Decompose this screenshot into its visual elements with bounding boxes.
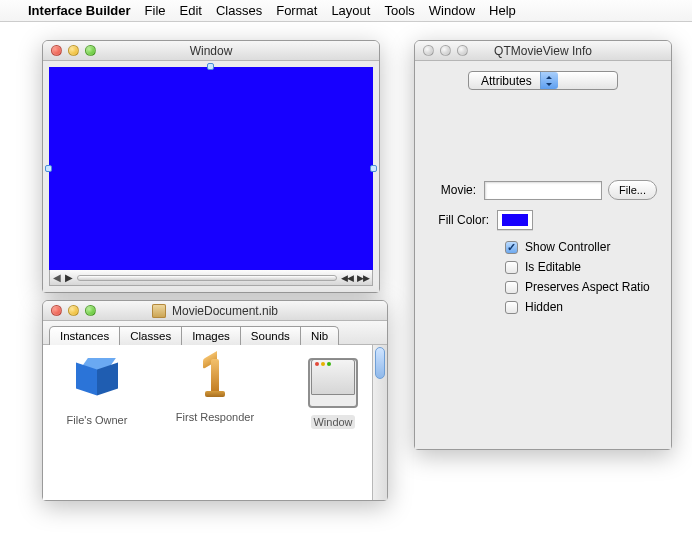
close-button[interactable]: [51, 305, 62, 316]
menu-classes[interactable]: Classes: [216, 3, 262, 18]
nib-document-window: MovieDocument.nib Instances Classes Imag…: [42, 300, 388, 501]
checkbox[interactable]: [505, 261, 518, 274]
tab-instances[interactable]: Instances: [49, 326, 120, 345]
check-show-controller[interactable]: Show Controller: [505, 240, 657, 254]
zoom-button[interactable]: [457, 45, 468, 56]
zoom-button[interactable]: [85, 45, 96, 56]
movie-label: Movie:: [429, 183, 484, 197]
popup-arrows-icon: [540, 72, 558, 89]
minimize-button[interactable]: [440, 45, 451, 56]
nib-document-icon: [152, 304, 166, 318]
nib-object-label: Window: [311, 415, 354, 429]
resize-handle-right[interactable]: [370, 165, 377, 172]
close-button[interactable]: [423, 45, 434, 56]
menu-file[interactable]: File: [145, 3, 166, 18]
nib-icon-view[interactable]: File's Owner First Responder Window: [43, 345, 387, 500]
fill-color-label: Fill Color:: [429, 213, 497, 227]
menu-window[interactable]: Window: [429, 3, 475, 18]
nib-object-window[interactable]: Window: [289, 355, 377, 429]
preview-window-titlebar[interactable]: Window: [43, 41, 379, 61]
tab-classes[interactable]: Classes: [119, 326, 182, 345]
nib-object-label: File's Owner: [67, 414, 128, 426]
fill-color-well[interactable]: [497, 210, 533, 230]
movie-field-row: Movie: File...: [429, 180, 657, 200]
inspector-titlebar[interactable]: QTMovieView Info: [415, 41, 671, 61]
checkbox-label: Preserves Aspect Ratio: [525, 280, 650, 294]
checkbox[interactable]: [505, 301, 518, 314]
menu-bar: Interface Builder File Edit Classes Form…: [0, 0, 692, 22]
tab-sounds[interactable]: Sounds: [240, 326, 301, 345]
menu-format[interactable]: Format: [276, 3, 317, 18]
menu-layout[interactable]: Layout: [331, 3, 370, 18]
volume-icon[interactable]: ◀︎: [53, 272, 61, 283]
scrubber-track[interactable]: [77, 275, 337, 281]
zoom-button[interactable]: [85, 305, 96, 316]
inspector-pane-label: Attributes: [481, 74, 532, 88]
app-menu[interactable]: Interface Builder: [28, 3, 131, 18]
inspector-window: QTMovieView Info Attributes Movie: File.…: [414, 40, 672, 450]
tab-images[interactable]: Images: [181, 326, 241, 345]
check-hidden[interactable]: Hidden: [505, 300, 657, 314]
play-button-icon[interactable]: ▶: [65, 272, 73, 283]
nib-tabs: Instances Classes Images Sounds Nib: [43, 321, 387, 345]
tab-nib[interactable]: Nib: [300, 326, 339, 345]
nib-window-titlebar[interactable]: MovieDocument.nib: [43, 301, 387, 321]
checkbox-label: Show Controller: [525, 240, 610, 254]
check-is-editable[interactable]: Is Editable: [505, 260, 657, 274]
qtmovieview-canvas[interactable]: [49, 67, 373, 270]
step-back-icon[interactable]: ◀◀: [341, 273, 353, 283]
resize-handle-left[interactable]: [45, 165, 52, 172]
preview-window: Window ◀︎ ▶ ◀◀ ▶▶: [42, 40, 380, 293]
checkbox-label: Hidden: [525, 300, 563, 314]
minimize-button[interactable]: [68, 45, 79, 56]
menu-help[interactable]: Help: [489, 3, 516, 18]
nib-object-label: First Responder: [176, 411, 254, 423]
checkbox-label: Is Editable: [525, 260, 581, 274]
vertical-scrollbar[interactable]: [372, 345, 387, 500]
checkbox[interactable]: [505, 281, 518, 294]
menu-tools[interactable]: Tools: [384, 3, 414, 18]
checkbox[interactable]: [505, 241, 518, 254]
choose-file-button[interactable]: File...: [608, 180, 657, 200]
minimize-button[interactable]: [68, 305, 79, 316]
inspector-body: Attributes Movie: File... Fill Color: Sh…: [415, 61, 671, 449]
preview-window-content: ◀︎ ▶ ◀◀ ▶▶: [43, 61, 379, 292]
close-button[interactable]: [51, 45, 62, 56]
nib-window-title: MovieDocument.nib: [49, 304, 381, 318]
step-forward-icon[interactable]: ▶▶: [357, 273, 369, 283]
fill-color-row: Fill Color:: [429, 210, 657, 230]
nib-object-first-responder[interactable]: First Responder: [171, 355, 259, 423]
nib-object-files-owner[interactable]: File's Owner: [53, 355, 141, 426]
movie-text-field[interactable]: [484, 181, 602, 200]
menu-edit[interactable]: Edit: [180, 3, 202, 18]
preview-window-title: Window: [49, 44, 373, 58]
resize-handle-top[interactable]: [207, 63, 214, 70]
inspector-pane-popup[interactable]: Attributes: [429, 71, 657, 90]
movie-controller-bar: ◀︎ ▶ ◀◀ ▶▶: [49, 270, 373, 286]
fill-color-swatch: [502, 214, 528, 226]
check-preserves-aspect[interactable]: Preserves Aspect Ratio: [505, 280, 657, 294]
